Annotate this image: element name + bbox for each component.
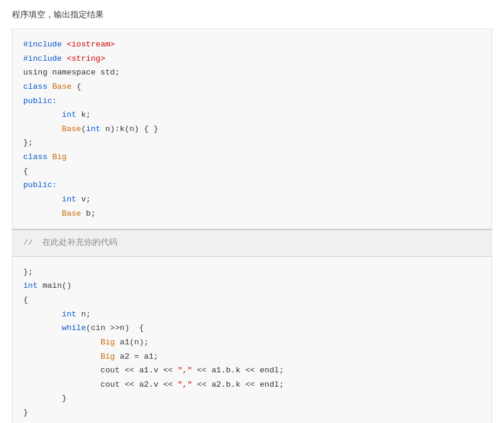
code-block-top: #include <iostream> #include <string> us…: [12, 29, 492, 229]
page-container: 程序填空，输出指定结果 #include <iostream> #include…: [0, 0, 504, 423]
code-block-bottom: }; int main() { int n; while(cin >>n) { …: [12, 257, 492, 423]
code-text-bottom: }; int main() { int n; while(cin >>n) { …: [23, 265, 481, 420]
comment-divider: // 在此处补充你的代码: [12, 229, 492, 257]
code-text-top: #include <iostream> #include <string> us…: [23, 38, 481, 220]
comment-text: // 在此处补充你的代码: [23, 236, 481, 250]
page-title: 程序填空，输出指定结果: [12, 10, 492, 20]
